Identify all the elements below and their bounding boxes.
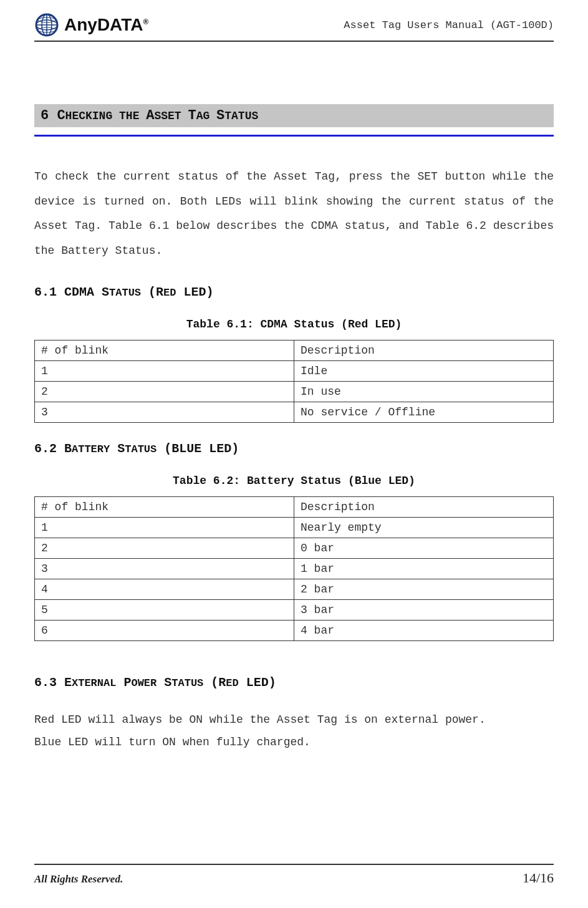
doc-title: Asset Tag Users Manual (AGT-100D) — [344, 19, 554, 31]
page-number: 14/16 — [523, 870, 554, 886]
subheading-6-3: 6.3 EXTERNAL POWER STATUS (RED LED) — [34, 675, 554, 690]
table-row: 3No service / Offline — [35, 402, 554, 423]
subheading-6-1: 6.1 CDMA STATUS (RED LED) — [34, 285, 554, 299]
table-cell: Description — [294, 497, 554, 518]
table-cell: 4 bar — [294, 621, 554, 641]
table-cell: # of blink — [35, 340, 294, 361]
table-cell: No service / Offline — [294, 402, 554, 423]
table-row: 64 bar — [35, 621, 554, 641]
table-cell: Description — [294, 340, 554, 361]
logo-text: AnyDATA® — [64, 15, 148, 35]
table-row: 2In use — [35, 382, 554, 402]
table-cell: 2 — [35, 538, 294, 559]
page-header: AnyDATA® Asset Tag Users Manual (AGT-100… — [34, 12, 554, 42]
table-row: 1Nearly empty — [35, 518, 554, 538]
table-cell: 3 — [35, 559, 294, 579]
table-row: 20 bar — [35, 538, 554, 559]
logo: AnyDATA® — [34, 12, 148, 37]
table-cell: 4 — [35, 579, 294, 600]
table-6-2: # of blinkDescription 1Nearly empty 20 b… — [34, 496, 554, 641]
table-cell: # of blink — [35, 497, 294, 518]
paragraph-6-3-line2: Blue LED will turn ON when fully charged… — [34, 731, 554, 753]
table-cell: 0 bar — [294, 538, 554, 559]
table-cell: 6 — [35, 621, 294, 641]
table-cell: 1 — [35, 361, 294, 382]
section-6-heading: 6 CHECKING THE ASSET TAG STATUS — [34, 104, 554, 127]
table-cell: 3 bar — [294, 600, 554, 621]
table-row: # of blinkDescription — [35, 340, 554, 361]
paragraph-6-3-line1: Red LED will always be ON while the Asse… — [34, 708, 554, 731]
footer-left: All Rights Reserved. — [34, 873, 123, 886]
table-cell: 2 — [35, 382, 294, 402]
table-cell: 1 bar — [294, 559, 554, 579]
table-cell: 5 — [35, 600, 294, 621]
globe-icon — [34, 12, 59, 37]
table-cell: Idle — [294, 361, 554, 382]
table-6-1-caption: Table 6.1: CDMA Status (Red LED) — [34, 318, 554, 331]
table-6-2-caption: Table 6.2: Battery Status (Blue LED) — [34, 475, 554, 487]
page-footer: All Rights Reserved. 14/16 — [34, 864, 554, 886]
table-cell: In use — [294, 382, 554, 402]
table-cell: Nearly empty — [294, 518, 554, 538]
table-row: 1Idle — [35, 361, 554, 382]
table-row: 31 bar — [35, 559, 554, 579]
table-cell: 3 — [35, 402, 294, 423]
table-6-1: # of blinkDescription 1Idle 2In use 3No … — [34, 340, 554, 423]
section-divider — [34, 135, 554, 137]
table-row: 53 bar — [35, 600, 554, 621]
subheading-6-2: 6.2 BATTERY STATUS (BLUE LED) — [34, 442, 554, 456]
table-row: 42 bar — [35, 579, 554, 600]
table-cell: 1 — [35, 518, 294, 538]
intro-paragraph: To check the current status of the Asset… — [34, 165, 554, 263]
table-cell: 2 bar — [294, 579, 554, 600]
table-row: # of blinkDescription — [35, 497, 554, 518]
